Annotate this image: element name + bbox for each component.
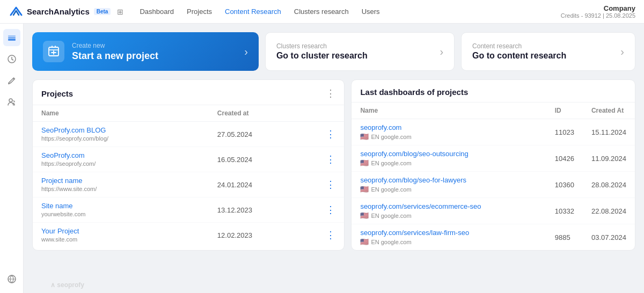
content-card[interactable]: Content research Go to content research …	[461, 32, 635, 71]
dashboard-meta-text: EN google.com	[371, 239, 411, 245]
project-row-menu[interactable]: ⋮	[317, 147, 344, 172]
projects-panel-title: Projects	[41, 89, 73, 98]
table-row: seoprofy.com/services/law-firm-seo 🇺🇸 EN…	[352, 224, 635, 251]
main-content: Create new Start a new project › Cluster…	[24, 24, 644, 293]
dashboard-meta: 🇺🇸 EN google.com	[360, 185, 537, 193]
project-name-link[interactable]: SeoProfy.com BLOG	[41, 126, 200, 134]
table-row: SeoProfy.com https://seoprofy.com/ 16.05…	[33, 147, 344, 172]
dashboard-meta-text: EN google.com	[371, 213, 411, 219]
nav-clusters-research[interactable]: Clusters research	[289, 5, 354, 18]
nav-content-research[interactable]: Content Research	[219, 5, 287, 18]
projects-more-button[interactable]: ⋮	[326, 87, 335, 99]
sidebar-icon-globe[interactable]	[3, 270, 20, 288]
dashboard-id: 9885	[546, 224, 583, 251]
project-name-cell: SeoProfy.com BLOG https://seoprofy.com/b…	[33, 122, 209, 147]
dashboard-meta-text: EN google.com	[371, 186, 411, 193]
nav-projects[interactable]: Projects	[181, 5, 217, 18]
content-text: Content research Go to content research	[472, 42, 615, 61]
clusters-card[interactable]: Clusters research Go to cluster research…	[265, 32, 455, 71]
project-name-cell: SeoProfy.com https://seoprofy.com/	[33, 147, 209, 172]
table-row: Site name yourwebsite.com 13.12.2023 ⋮	[33, 197, 344, 223]
project-date: 13.12.2023	[209, 197, 318, 223]
create-new-title: Start a new project	[72, 50, 239, 62]
svg-rect-0	[8, 35, 16, 37]
projects-col-created: Created at	[209, 105, 318, 122]
logo-text: SearchAnalytics	[27, 7, 90, 16]
flag-icon: 🇺🇸	[360, 238, 369, 246]
project-date: 16.05.2024	[209, 147, 318, 172]
dashboard-name-link[interactable]: seoprofy.com	[360, 123, 537, 131]
dashboard-meta: 🇺🇸 EN google.com	[360, 238, 537, 246]
dashboard-id: 10426	[546, 145, 583, 172]
projects-table: Name Created at SeoProfy.com BLOG https:…	[33, 105, 344, 247]
content-title: Go to content research	[472, 51, 615, 61]
svg-point-4	[9, 99, 12, 102]
logo-area: SearchAnalytics Beta ⊞	[9, 4, 123, 19]
content-subtitle: Content research	[472, 42, 615, 50]
content-arrow: ›	[620, 46, 624, 58]
project-row-menu[interactable]: ⋮	[317, 172, 344, 197]
layout-icon[interactable]: ⊞	[117, 8, 123, 16]
watermark: ∧ seoprofy	[50, 281, 84, 289]
flag-icon: 🇺🇸	[360, 211, 369, 219]
dashboards-panel: Last dashboards of projects Name ID Crea…	[351, 79, 635, 251]
dashboards-col-created: Created At	[583, 102, 635, 119]
company-info: Company Credits - 93912 | 25.08.2025	[561, 4, 635, 19]
project-row-menu[interactable]: ⋮	[317, 122, 344, 147]
two-col: Projects ⋮ Name Created at SeoProfy.com …	[32, 79, 635, 251]
project-name-link[interactable]: SeoProfy.com	[41, 151, 200, 159]
svg-rect-2	[8, 39, 16, 41]
dashboard-id: 10360	[546, 172, 583, 198]
nav-dashboard[interactable]: Dashboard	[134, 5, 179, 18]
create-new-text: Create new Start a new project	[72, 42, 239, 62]
dashboard-name-cell: seoprofy.com/blog/seo-for-lawyers 🇺🇸 EN …	[352, 172, 546, 198]
dashboard-date: 28.08.2024	[583, 172, 635, 198]
dashboards-table: Name ID Created At seoprofy.com 🇺🇸 EN go…	[352, 102, 635, 250]
project-date: 24.01.2024	[209, 172, 318, 197]
project-name-link[interactable]: Your Project	[41, 227, 200, 235]
clusters-title: Go to cluster research	[276, 51, 435, 61]
layout: Create new Start a new project › Cluster…	[0, 24, 644, 293]
dashboard-name-link[interactable]: seoprofy.com/blog/seo-for-lawyers	[360, 176, 537, 184]
project-row-menu[interactable]: ⋮	[317, 223, 344, 248]
sidebar-icon-clock[interactable]	[3, 50, 20, 68]
table-row: seoprofy.com/blog/seo-for-lawyers 🇺🇸 EN …	[352, 172, 635, 198]
sidebar-icon-layers[interactable]	[3, 29, 20, 46]
sidebar	[0, 24, 24, 293]
dashboards-col-name: Name	[352, 102, 546, 119]
create-new-arrow: ›	[244, 46, 248, 58]
project-date: 27.05.2024	[209, 122, 318, 147]
project-url: www.site.com	[41, 236, 77, 243]
logo-icon	[9, 4, 24, 19]
clusters-arrow: ›	[440, 46, 443, 58]
create-new-icon	[43, 41, 64, 62]
table-row: SeoProfy.com BLOG https://seoprofy.com/b…	[33, 122, 344, 147]
sidebar-icon-edit[interactable]	[3, 72, 20, 89]
topnav: SearchAnalytics Beta ⊞ Dashboard Project…	[0, 0, 644, 24]
dashboard-name-link[interactable]: seoprofy.com/services/law-firm-seo	[360, 229, 537, 237]
clusters-text: Clusters research Go to cluster research	[276, 42, 435, 61]
dashboards-table-header-row: Name ID Created At	[352, 102, 635, 119]
create-new-card[interactable]: Create new Start a new project ›	[32, 32, 259, 71]
sidebar-icon-users[interactable]	[3, 93, 20, 111]
project-url: https://seoprofy.com/	[41, 160, 96, 167]
dashboard-id: 10332	[546, 198, 583, 224]
project-name-cell: Project name https://www.site.com/	[33, 172, 209, 197]
dashboard-date: 22.08.2024	[583, 198, 635, 224]
project-url: yourwebsite.com	[41, 211, 86, 217]
dashboard-id: 11023	[546, 119, 583, 145]
project-name-link[interactable]: Project name	[41, 177, 200, 185]
nav-users[interactable]: Users	[356, 5, 385, 18]
table-row: Your Project www.site.com 12.02.2023 ⋮	[33, 223, 344, 248]
dashboard-meta-text: EN google.com	[371, 160, 411, 166]
dashboard-name-link[interactable]: seoprofy.com/blog/seo-outsourcing	[360, 150, 537, 158]
quick-actions: Create new Start a new project › Cluster…	[32, 32, 635, 71]
dashboard-meta: 🇺🇸 EN google.com	[360, 211, 537, 219]
dashboard-name-link[interactable]: seoprofy.com/services/ecommerce-seo	[360, 202, 537, 210]
dashboard-date: 11.09.2024	[583, 145, 635, 172]
project-row-menu[interactable]: ⋮	[317, 197, 344, 223]
projects-panel: Projects ⋮ Name Created at SeoProfy.com …	[32, 79, 345, 251]
dashboard-meta: 🇺🇸 EN google.com	[360, 159, 537, 167]
project-name-link[interactable]: Site name	[41, 202, 200, 210]
dashboard-meta: 🇺🇸 EN google.com	[360, 133, 537, 141]
